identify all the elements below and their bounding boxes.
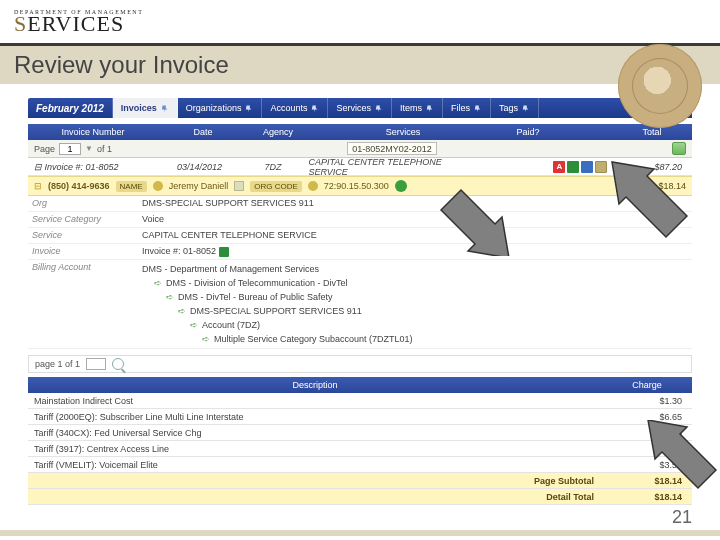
account-row[interactable]: ⊟ (850) 414-9636 NAME Jeremy Daniell ORG… [28,176,692,196]
invoice-column-header: Invoice Number Date Agency Services Paid… [28,124,692,140]
slide-title: Review your Invoice [14,51,229,79]
detail-pager: page 1 of 1 [28,355,692,373]
col-invoice-number[interactable]: Invoice Number [28,127,158,137]
col-services[interactable]: Services [308,127,498,137]
col-description[interactable]: Description [28,380,602,390]
tab-invoices[interactable]: Invoices [113,98,178,118]
search-icon[interactable] [112,358,124,370]
detail-pager-text: page 1 of 1 [35,359,80,369]
charge-row: Tariff (3917): Centrex Access Line$6.19 [28,441,692,457]
save-icon[interactable] [581,161,593,173]
col-total[interactable]: Total [612,127,692,137]
refresh-icon[interactable] [395,180,407,192]
pin-icon [474,104,482,112]
tree-node[interactable]: DMS - Division of Telecommunication - Di… [166,278,347,288]
detail-total-row: Detail Total$18.14 [28,489,692,505]
org-icon [308,181,318,191]
charge-row: Tariff (VMELIT): Voicemail Elite$3.50 [28,457,692,473]
col-date[interactable]: Date [158,127,248,137]
tree-node[interactable]: DMS - DivTel - Bureau of Public Safety [178,292,333,302]
invoice-agency: 7DZ [244,162,303,172]
copy-icon[interactable] [595,161,607,173]
tree-arrow-icon: ➪ [202,334,210,344]
detail-label-svc-cat: Service Category [32,214,142,224]
tab-items[interactable]: Items [392,98,443,118]
pager-bar: Page ▼ of 1 01-8052MY02-2012 [28,140,692,158]
account-amount: $18.14 [658,181,686,191]
footer-rule [0,530,720,536]
logo-wordmark: SERVICES [14,13,143,35]
detail-value-service: CAPITAL CENTER TELEPHONE SERVICE [142,230,688,240]
person-icon [153,181,163,191]
tree-arrow-icon: ➪ [190,320,198,330]
charge-row: Mainstation Indirect Cost$1.30 [28,393,692,409]
invoice-summary-row[interactable]: ⊟ Invoice #: 01-8052 03/14/2012 7DZ CAPI… [28,158,692,176]
tree-arrow-icon: ➪ [178,306,186,316]
col-agency[interactable]: Agency [248,127,308,137]
detail-value-org: DMS-SPECIAL SUPPORT SERVICES 911 [142,198,688,208]
save-icon[interactable] [616,180,628,192]
pin-icon [522,104,530,112]
invoice-number: Invoice #: 01-8052 [45,162,119,172]
charges-header: Description Charge [28,377,692,393]
charge-row: Tariff (340CX): Fed Universal Service Ch… [28,425,692,441]
tree-node[interactable]: Multiple Service Category Subaccount (7D… [214,334,413,344]
tree-arrow-icon: ➪ [166,292,174,302]
invoice-date: 03/14/2012 [155,162,243,172]
invoice-link-icon[interactable] [219,247,229,257]
paper-icon [234,181,244,191]
slide-title-band: Review your Invoice [0,46,720,84]
tree-arrow-icon: ➪ [154,278,162,288]
invoice-total: $87.20 [613,162,692,172]
tab-accounts[interactable]: Accounts [262,98,328,118]
pin-icon [375,104,383,112]
excel-icon[interactable] [567,161,579,173]
state-seal-icon [618,44,702,128]
tab-month[interactable]: February 2012 [28,98,113,118]
orgcode-chip: ORG CODE [250,181,302,192]
slide-header: DEPARTMENT OF MANAGEMENT SERVICES [0,0,720,46]
tab-files[interactable]: Files [443,98,491,118]
tab-services[interactable]: Services [328,98,392,118]
account-name: Jeremy Daniell [169,181,229,191]
tree-node[interactable]: DMS - Department of Management Services [142,264,319,274]
pin-icon [311,104,319,112]
detail-label-invoice: Invoice [32,246,142,256]
detail-value-svc-cat: Voice [142,214,688,224]
detail-label-org: Org [32,198,142,208]
tree-node[interactable]: Account (7DZ) [202,320,260,330]
detail-pager-input[interactable] [86,358,106,370]
invoice-details: OrgDMS-SPECIAL SUPPORT SERVICES 911 Serv… [28,196,692,349]
col-paid[interactable]: Paid? [498,127,558,137]
invoice-id-field[interactable]: 01-8052MY02-2012 [347,142,437,155]
page-subtotal-row: Page Subtotal$18.14 [28,473,692,489]
detail-value-invoice: Invoice #: 01-8052 [142,246,216,256]
pin-icon [426,104,434,112]
account-phone: (850) 414-9636 [48,181,110,191]
tab-tags[interactable]: Tags [491,98,539,118]
tree-node[interactable]: DMS-SPECIAL SUPPORT SERVICES 911 [190,306,362,316]
pager-label: Page [34,144,55,154]
go-button[interactable] [672,142,686,155]
dms-logo: DEPARTMENT OF MANAGEMENT SERVICES [14,9,143,35]
invoice-service: CAPITAL CENTER TELEPHONE SERVICE [303,157,489,177]
name-chip: NAME [116,181,147,192]
pdf-icon[interactable] [553,161,565,173]
tab-organizations[interactable]: Organizations [178,98,263,118]
pager-page-input[interactable] [59,143,81,155]
slide-page-number: 21 [672,507,692,528]
pin-icon [161,104,169,112]
billing-tree: DMS - Department of Management Services … [142,262,688,346]
nav-tabs: February 2012 Invoices Organizations Acc… [28,98,692,118]
col-charge[interactable]: Charge [602,380,692,390]
pin-icon [245,104,253,112]
detail-label-billing: Billing Account [32,262,142,272]
copy-icon[interactable] [632,180,644,192]
account-orgcode: 72:90.15.50.300 [324,181,389,191]
detail-label-service: Service [32,230,142,240]
charge-row: Tariff (2000EQ): Subscriber Line Multi L… [28,409,692,425]
pager-of: of 1 [97,144,112,154]
